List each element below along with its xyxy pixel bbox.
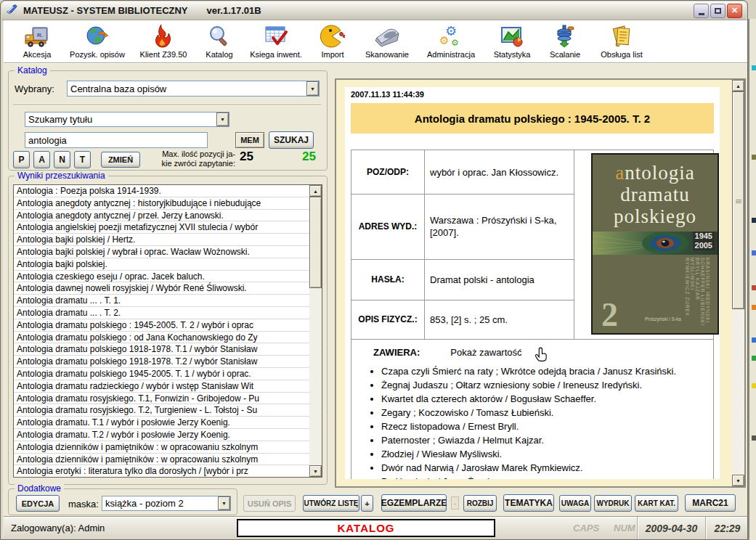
edycja-button[interactable]: EDYCJA bbox=[16, 495, 60, 512]
contents-item: Dwór nad Narwią / Jarosław Marek Rymkiew… bbox=[381, 461, 705, 475]
chevron-down-icon[interactable]: ▼ bbox=[306, 81, 319, 96]
result-row[interactable]: Antologia erotyki : literatura tylko dla… bbox=[14, 465, 309, 477]
uwaga-button[interactable]: UWAGA bbox=[559, 495, 591, 512]
result-row[interactable]: Antologia dramatu ... . T. 1. bbox=[14, 295, 309, 307]
result-row[interactable]: Antologia anegdoty antycznej / przeł. Je… bbox=[14, 210, 309, 222]
toolbar-button-akcesja[interactable]: R. Akcesja bbox=[11, 22, 63, 62]
result-row[interactable]: Antologia anegdoty antycznej : historyjk… bbox=[14, 197, 309, 210]
contents-list: Czapa czyli Śmierć na raty ; Wkrótce ode… bbox=[371, 364, 705, 479]
result-row[interactable]: Antologia dramatu rosyjskiego. T.1, Fonw… bbox=[14, 393, 309, 405]
toolbar-button-klient-z3950[interactable]: Klient Z39.50 bbox=[131, 22, 195, 62]
utworz-liste-button[interactable]: UTWÓRZ LISTĘ bbox=[303, 495, 359, 512]
result-row[interactable]: Antologia bajki polskiej / wybrał i opra… bbox=[14, 246, 309, 258]
maximize-button[interactable] bbox=[710, 4, 725, 18]
result-row[interactable]: Antologia angielskiej poezji metafizyczn… bbox=[14, 221, 309, 234]
toolbar-button-obsluga-list[interactable]: Obsługa list bbox=[590, 22, 653, 62]
toolbar-button-scalanie[interactable]: Scalanie bbox=[540, 22, 590, 62]
show-contents-link[interactable]: Pokaż zawartość bbox=[450, 347, 521, 358]
toolbar-button-administracja[interactable]: ⚙⚙⚙ Administracja bbox=[418, 22, 484, 62]
result-row[interactable]: Antologia dramatu ... . T. 2. bbox=[14, 307, 309, 319]
rozbij-button[interactable]: ROZBIJ bbox=[463, 495, 497, 512]
search-mode-select[interactable]: Szukamy tytułu ▼ bbox=[25, 112, 229, 127]
toolbar-button-pozysk-opisow[interactable]: Pozysk. opisów bbox=[63, 22, 131, 62]
toolbar-label: Import bbox=[321, 50, 344, 59]
toolbar-label: Akcesja bbox=[23, 50, 52, 59]
katalog-group-title: Katalog bbox=[15, 65, 50, 75]
result-row[interactable]: Antologia dramatu radzieckiego / wybór i… bbox=[14, 380, 309, 393]
n-button[interactable]: N bbox=[54, 151, 70, 168]
t-button[interactable]: T bbox=[74, 151, 91, 168]
kart-kat-button[interactable]: KART KAT. bbox=[635, 495, 678, 512]
maska-select[interactable]: książka - poziom 2 ▼ bbox=[102, 496, 231, 511]
chevron-down-icon[interactable]: ▼ bbox=[218, 496, 230, 510]
maska-select-value: książka - poziom 2 bbox=[102, 498, 218, 509]
szukaj-button[interactable]: SZUKAJ bbox=[269, 131, 314, 149]
scroll-down-icon[interactable]: ▼ bbox=[732, 475, 744, 486]
scrollbar-thumb[interactable] bbox=[732, 91, 744, 309]
record-panel: 2007.11.13 11:44:39 Antologia dramatu po… bbox=[335, 78, 746, 488]
toolbar-button-katalog[interactable]: Katalog bbox=[195, 22, 243, 62]
title-bar[interactable]: MATEUSZ - SYSTEM BIBLIOTECZNY ver.1.17.0… bbox=[1, 1, 747, 20]
hand-cursor-icon bbox=[535, 347, 549, 363]
field-label: ADRES WYD.: bbox=[351, 194, 424, 259]
scrollbar-thumb[interactable] bbox=[309, 197, 322, 288]
scroll-down-icon[interactable]: ▼ bbox=[309, 465, 322, 477]
p-button[interactable]: P bbox=[13, 151, 30, 168]
result-row[interactable]: Antologia dramatu polskiego 1945-2005. T… bbox=[14, 368, 309, 380]
result-row[interactable]: Antologia bajki polskiej / Hertz. bbox=[14, 234, 309, 246]
zawiera-row: ZAWIERA: Pokaż zawartość bbox=[351, 339, 713, 365]
toolbar-button-import[interactable]: Import bbox=[309, 22, 357, 62]
minus-button[interactable]: - bbox=[451, 496, 459, 510]
contents-item: Kwartet dla czterech aktorów / Bogusław … bbox=[381, 392, 705, 406]
toolbar-button-skanowanie[interactable]: Skanowanie bbox=[357, 22, 418, 62]
mem-button[interactable]: MEM bbox=[235, 132, 264, 148]
toolbar-button-ksiega-inwent[interactable]: Ksiega inwent. bbox=[243, 22, 309, 62]
toolbar: R. Akcesja Pozysk. opisów Klient Z39.50 … bbox=[4, 20, 747, 63]
cover-title-line2: dramatu bbox=[593, 185, 718, 205]
result-row[interactable]: Antologia dzienników i pamiętników : w o… bbox=[14, 454, 309, 466]
marc21-button[interactable]: MARC21 bbox=[685, 494, 736, 512]
toolbar-label: Klient Z39.50 bbox=[140, 50, 187, 59]
app-window: MATEUSZ - SYSTEM BIBLIOTECZNY ver.1.17.0… bbox=[0, 0, 748, 540]
wydruk-button[interactable]: WYDRUK bbox=[594, 495, 632, 512]
module-name: KATALOG bbox=[338, 522, 395, 534]
zmien-button[interactable]: ZMIEŃ bbox=[101, 152, 140, 168]
result-row[interactable]: Antologia dramatu polskiego : od Jana Ko… bbox=[14, 332, 309, 344]
wybrany-label: Wybrany: bbox=[15, 83, 54, 94]
result-row[interactable]: Antologia dramatu polskiego 1918-1978. T… bbox=[14, 343, 309, 356]
chevron-down-icon[interactable]: ▼ bbox=[216, 112, 229, 126]
minimize-button[interactable] bbox=[694, 4, 709, 18]
egzemplarze-button[interactable]: EGZEMPLARZE bbox=[381, 494, 447, 512]
result-row[interactable]: Antologia bajki polskiej. bbox=[14, 258, 309, 271]
toolbar-button-statystyka[interactable]: Statystyka bbox=[484, 22, 540, 62]
usun-opis-button[interactable]: USUŃ OPIS bbox=[243, 495, 296, 512]
result-row[interactable]: Antologia dramatu. T.1 / wybór i posłowi… bbox=[14, 417, 309, 429]
max-results-value: 25 bbox=[240, 150, 253, 164]
status-bar: Zalogowany(a): Admin KATALOG CAPS NUM 20… bbox=[4, 516, 747, 539]
scroll-up-icon[interactable]: ▲ bbox=[309, 185, 322, 197]
plus-button[interactable]: + bbox=[361, 495, 373, 512]
close-button[interactable]: ✕ bbox=[727, 4, 742, 18]
result-row[interactable]: Antologia czeskiego eseju / oprac. Jacek… bbox=[14, 271, 309, 283]
database-select[interactable]: Centralna baza opisów ▼ bbox=[67, 81, 320, 97]
scroll-up-icon[interactable]: ▲ bbox=[732, 80, 744, 91]
result-row[interactable]: Antologia dzienników i pamiętników : w o… bbox=[14, 441, 309, 454]
toolbar-label: Pozysk. opisów bbox=[70, 50, 125, 59]
result-row[interactable]: Antologia dramatu rosyjskiego. T.2, Turg… bbox=[14, 404, 309, 417]
result-row[interactable]: Antologia dramatu polskiego 1918-1978. T… bbox=[14, 356, 309, 368]
results-scrollbar[interactable]: ▲ ▼ bbox=[309, 185, 322, 477]
result-row[interactable]: Antologia dramatu. T.2 / wybór i posłowi… bbox=[14, 429, 309, 441]
press-icon bbox=[553, 23, 577, 49]
toolbar-label: Administracja bbox=[427, 50, 475, 59]
maska-label: maska: bbox=[68, 499, 99, 510]
contents-item: Złodziej / Wiesław Myśliwski. bbox=[381, 447, 705, 461]
tematyka-button[interactable]: TEMATYKA bbox=[503, 494, 554, 512]
search-input[interactable] bbox=[25, 132, 208, 148]
record-scrollbar[interactable]: ▲ ▼ bbox=[732, 80, 744, 486]
results-list[interactable]: Antologia : Poezja polska 1914-1939. Ant… bbox=[13, 184, 322, 478]
result-row[interactable]: Antologia dramatu polskiego : 1945-2005.… bbox=[14, 319, 309, 332]
result-row[interactable]: Antologia : Poezja polska 1914-1939. bbox=[14, 185, 309, 197]
a-button[interactable]: A bbox=[33, 151, 50, 168]
result-row[interactable]: Antologia dawnej noweli rosyjskiej / Wyb… bbox=[14, 282, 309, 295]
contents-item: Po Hamlecie / Jerzy Żurek. bbox=[381, 475, 705, 479]
